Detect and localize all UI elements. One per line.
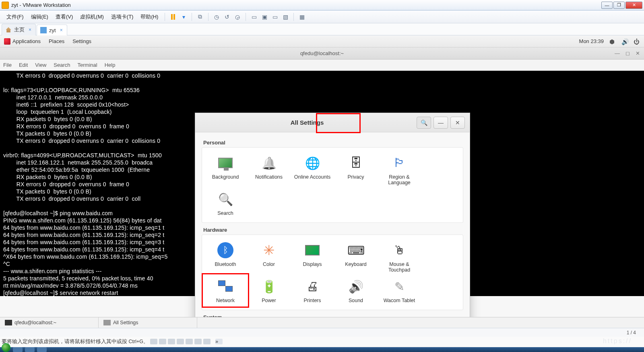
settings-item-privacy[interactable]: Privacy xyxy=(334,152,378,188)
settings-item-notifications[interactable]: Notifications xyxy=(247,152,291,188)
menu-file[interactable]: 文件(F) xyxy=(3,12,27,22)
menu-help[interactable]: 帮助(H) xyxy=(137,12,161,22)
settings-item-region-language[interactable]: Region & Language xyxy=(378,152,421,188)
tab-home[interactable]: 主页 × xyxy=(2,24,36,35)
power-tray-icon[interactable]: ⏻ xyxy=(634,38,640,45)
revert-snapshot-icon[interactable]: ↺ xyxy=(222,12,232,22)
settings-item-displays[interactable]: Displays xyxy=(291,239,334,275)
vmware-statusbar: 1 / 4 xyxy=(0,328,644,337)
section-personal-label: Personal xyxy=(203,140,463,146)
device-expand-icon[interactable]: » xyxy=(215,339,223,344)
settings-item-network[interactable]: Network xyxy=(204,275,247,306)
menu-vm[interactable]: 虚拟机(M) xyxy=(77,12,107,22)
device-sound-icon[interactable] xyxy=(186,339,193,344)
activities-icon xyxy=(4,38,10,45)
unity-icon[interactable]: ▣ xyxy=(260,12,269,22)
places-menu[interactable]: Places xyxy=(49,38,64,44)
dropdown-icon[interactable]: ▾ xyxy=(179,12,188,22)
tab-vm[interactable]: zyt × xyxy=(37,25,67,35)
library-icon[interactable]: ▦ xyxy=(297,12,307,22)
snapshot-icon[interactable]: ⧉ xyxy=(195,12,205,22)
gnome-taskbar: qfedu@localhost:~ All Settings xyxy=(0,317,644,328)
tab-vm-label: zyt xyxy=(49,27,56,33)
clock-label[interactable]: Mon 23:39 xyxy=(579,38,604,44)
device-printer-icon[interactable] xyxy=(194,339,202,344)
host-task-icon[interactable] xyxy=(25,347,35,352)
settings-close-button[interactable]: ✕ xyxy=(450,117,465,129)
settings-icon xyxy=(103,320,111,325)
settings-menu[interactable]: Settings xyxy=(72,38,91,44)
hint-text: 要将输入定向到该虚拟机，请将鼠标指针移入其中或按 Ctrl+G。 xyxy=(2,338,149,345)
minimize-button[interactable]: — xyxy=(601,2,613,9)
host-task-icon[interactable] xyxy=(13,347,23,352)
term-menu-file[interactable]: File xyxy=(3,62,12,68)
terminal-icon xyxy=(5,320,12,325)
tab-home-label: 主页 xyxy=(14,26,25,33)
menu-edit[interactable]: 编辑(E) xyxy=(28,12,52,22)
device-cd-icon[interactable] xyxy=(159,339,166,344)
settings-item-bluetooth[interactable]: Bluetooth xyxy=(204,239,247,275)
stretch-icon[interactable]: ▧ xyxy=(281,12,290,22)
gnome-topbar: Applications Places Settings Mon 23:39 ⬢… xyxy=(0,35,644,47)
volume-tray-icon[interactable]: 🔊 xyxy=(621,38,628,45)
settings-item-printers[interactable]: Printers xyxy=(291,275,334,306)
guest-display: Applications Places Settings Mon 23:39 ⬢… xyxy=(0,35,644,352)
terminal-minimize-icon[interactable]: — xyxy=(615,50,620,56)
vmware-hintbar: 要将输入定向到该虚拟机，请将鼠标指针移入其中或按 Ctrl+G。 » xyxy=(0,337,644,346)
section-hardware-label: Hardware xyxy=(203,227,463,233)
personal-grid: Background Notifications Online Accounts… xyxy=(202,148,463,222)
console-icon[interactable]: ▭ xyxy=(270,12,280,22)
settings-item-background[interactable]: Background xyxy=(204,152,247,188)
start-button-icon[interactable] xyxy=(2,343,10,352)
settings-item-search[interactable]: Search xyxy=(204,188,247,218)
device-display-icon[interactable] xyxy=(203,339,211,344)
applications-menu[interactable]: Applications xyxy=(4,38,41,45)
pause-icon[interactable] xyxy=(168,12,178,22)
settings-item-color[interactable]: Color xyxy=(247,239,291,275)
taskbar-terminal[interactable]: qfedu@localhost:~ xyxy=(0,317,99,328)
terminal-maximize-icon[interactable]: ◻ xyxy=(625,50,630,56)
term-menu-help[interactable]: Help xyxy=(105,62,116,68)
network-tray-icon[interactable]: ⬢ xyxy=(609,38,616,45)
window-title: zyt - VMware Workstation xyxy=(11,2,71,8)
settings-item-power[interactable]: Power xyxy=(247,275,291,306)
terminal-title-text: qfedu@localhost:~ xyxy=(300,50,344,56)
tab-close-icon[interactable]: × xyxy=(29,27,31,33)
terminal-close-icon[interactable]: ✕ xyxy=(636,50,640,56)
restore-button[interactable]: ❐ xyxy=(613,2,625,9)
manage-snapshot-icon[interactable]: ◶ xyxy=(233,12,242,22)
host-task-icon[interactable] xyxy=(37,347,47,352)
separator xyxy=(165,13,165,21)
tab-bar: 主页 × zyt × xyxy=(0,23,644,35)
settings-item-sound[interactable]: Sound xyxy=(334,275,378,306)
terminal-menubar: File Edit View Search Terminal Help xyxy=(0,60,644,71)
device-net-icon[interactable] xyxy=(168,339,175,344)
term-menu-view[interactable]: View xyxy=(35,62,46,68)
term-menu-terminal[interactable]: Terminal xyxy=(78,62,97,68)
menu-view[interactable]: 查看(V) xyxy=(52,12,76,22)
app-icon xyxy=(2,2,9,9)
take-snapshot-icon[interactable]: ◷ xyxy=(212,12,221,22)
home-icon xyxy=(5,27,12,33)
term-menu-search[interactable]: Search xyxy=(54,62,70,68)
fullscreen-icon[interactable]: ▭ xyxy=(249,12,259,22)
close-button[interactable]: ✕ xyxy=(625,2,642,9)
menu-tabs[interactable]: 选项卡(T) xyxy=(108,12,137,22)
settings-minimize-button[interactable]: — xyxy=(433,117,448,129)
term-menu-edit[interactable]: Edit xyxy=(19,62,28,68)
settings-header: All Settings 🔍 — ✕ xyxy=(195,113,470,132)
settings-window: All Settings 🔍 — ✕ Personal Background N… xyxy=(195,113,470,338)
host-taskbar xyxy=(0,347,644,352)
window-titlebar: zyt - VMware Workstation — ❐ ✕ xyxy=(0,0,644,10)
settings-item-wacom-tablet[interactable]: Wacom Tablet xyxy=(378,275,421,306)
device-usb-icon[interactable] xyxy=(177,339,184,344)
settings-search-button[interactable]: 🔍 xyxy=(417,117,431,129)
settings-item-keyboard[interactable]: Keyboard xyxy=(334,239,378,275)
tab-close-icon[interactable]: × xyxy=(60,27,63,33)
settings-item-mouse-touchpad[interactable]: Mouse & Touchpad xyxy=(378,239,421,275)
taskbar-settings[interactable]: All Settings xyxy=(99,317,197,328)
device-hdd-icon[interactable] xyxy=(150,339,157,344)
settings-item-online-accounts[interactable]: Online Accounts xyxy=(291,152,334,188)
hardware-grid: Bluetooth Color Displays Keyboard Mouse … xyxy=(202,235,463,310)
page-indicator: 1 / 4 xyxy=(627,330,636,336)
